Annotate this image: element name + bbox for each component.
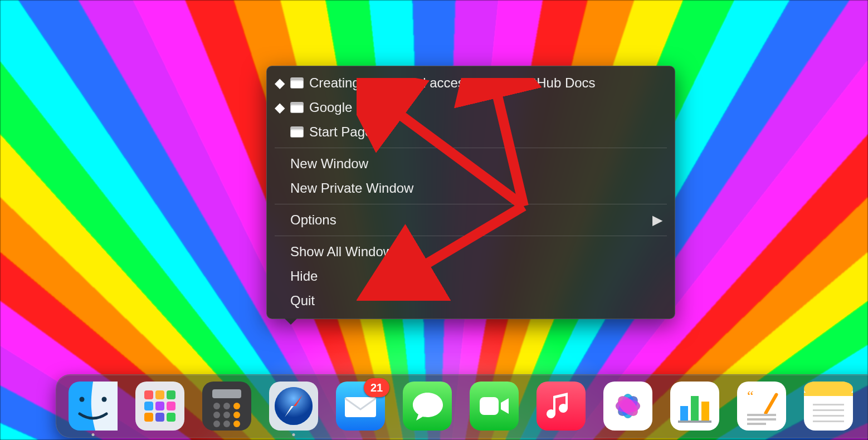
svg-rect-57	[747, 423, 766, 425]
svg-point-24	[213, 421, 220, 427]
safari-dock-context-menu: ◆ Creating a personal access token - Git…	[266, 66, 675, 319]
svg-rect-62	[813, 409, 844, 411]
dock-notes[interactable]	[804, 382, 853, 431]
svg-rect-49	[691, 396, 699, 421]
menu-window-item[interactable]: ◆ Creating a personal access token - Git…	[267, 71, 675, 95]
messages-icon	[403, 382, 452, 431]
window-icon	[290, 126, 304, 138]
menu-window-label: Creating a personal access token - GitHu…	[309, 75, 662, 91]
menu-hide[interactable]: Hide	[267, 264, 675, 289]
svg-point-22	[223, 412, 230, 418]
menu-window-label: Google	[309, 100, 662, 115]
svg-rect-51	[678, 421, 711, 423]
svg-rect-8	[155, 390, 164, 399]
window-icon	[290, 77, 304, 89]
svg-rect-11	[155, 402, 164, 410]
dock-messages[interactable]	[403, 382, 452, 431]
svg-rect-55	[747, 414, 776, 416]
svg-point-26	[233, 421, 240, 427]
music-icon	[537, 382, 586, 431]
svg-rect-63	[813, 415, 844, 417]
running-indicator	[292, 433, 295, 436]
dock-pages[interactable]: “	[737, 382, 786, 431]
svg-point-23	[233, 412, 240, 418]
submenu-arrow-icon: ▶	[652, 212, 662, 228]
safari-icon	[269, 382, 318, 431]
notes-icon	[804, 382, 853, 431]
svg-point-25	[223, 421, 230, 427]
svg-point-5	[102, 397, 107, 402]
svg-point-4	[80, 397, 85, 402]
dock-safari[interactable]	[269, 382, 318, 431]
svg-rect-17	[212, 389, 241, 398]
menu-show-all-windows[interactable]: Show All Windows	[267, 239, 675, 264]
svg-rect-9	[167, 390, 175, 399]
pages-icon: “	[737, 382, 786, 431]
dock-numbers[interactable]	[670, 382, 719, 431]
menu-window-label: Start Page	[309, 124, 662, 140]
svg-rect-10	[144, 402, 153, 410]
dock-launchpad[interactable]	[135, 382, 184, 431]
menu-options[interactable]: Options ▶	[267, 208, 675, 232]
menu-new-window[interactable]: New Window	[267, 151, 675, 176]
dock-mail[interactable]: 21	[336, 382, 385, 431]
svg-rect-64	[813, 421, 844, 422]
menu-new-private-window[interactable]: New Private Window	[267, 176, 675, 201]
svg-rect-15	[167, 413, 175, 422]
active-window-diamond-icon: ◆	[275, 75, 285, 91]
svg-point-19	[223, 403, 230, 409]
svg-text:“: “	[747, 388, 754, 404]
running-indicator	[92, 433, 95, 436]
svg-rect-36	[480, 397, 499, 415]
window-icon	[290, 102, 304, 113]
dock-finder[interactable]	[69, 382, 118, 431]
svg-point-20	[233, 403, 240, 409]
svg-rect-50	[701, 402, 709, 421]
launchpad-icon	[135, 382, 184, 431]
svg-rect-33	[345, 397, 376, 417]
svg-rect-7	[144, 390, 153, 399]
dock-photos[interactable]	[603, 382, 652, 431]
active-window-diamond-icon: ◆	[275, 100, 285, 115]
svg-point-18	[213, 403, 220, 409]
menu-window-item[interactable]: ◆ Google	[267, 95, 675, 120]
svg-rect-14	[155, 413, 164, 422]
svg-rect-13	[144, 413, 153, 422]
dock: 21	[56, 374, 868, 438]
facetime-icon	[470, 382, 519, 431]
photos-icon	[603, 382, 652, 431]
svg-rect-56	[747, 418, 776, 421]
menu-separator	[275, 204, 667, 204]
dock-facetime[interactable]	[470, 382, 519, 431]
dock-music[interactable]	[537, 382, 586, 431]
finder-icon	[69, 382, 118, 431]
menu-quit[interactable]: Quit	[267, 289, 675, 313]
numbers-icon	[670, 382, 719, 431]
svg-rect-60	[804, 393, 853, 396]
svg-rect-12	[167, 402, 175, 410]
svg-point-21	[213, 412, 220, 418]
menu-separator	[275, 236, 667, 236]
calculator-icon	[202, 382, 251, 431]
mail-badge: 21	[364, 378, 389, 397]
menu-separator	[275, 148, 667, 148]
menu-window-item[interactable]: Start Page	[267, 120, 675, 144]
svg-rect-61	[813, 404, 844, 405]
dock-calculator[interactable]	[202, 382, 251, 431]
svg-rect-48	[680, 406, 688, 421]
